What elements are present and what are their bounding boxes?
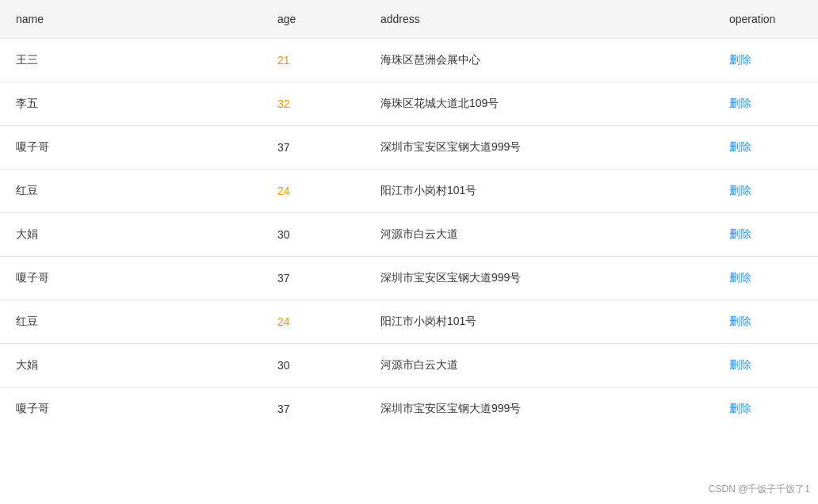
delete-button[interactable]: 删除	[729, 315, 751, 329]
cell-name: 大娟	[0, 213, 262, 257]
cell-address: 深圳市宝安区宝钢大道999号	[365, 257, 713, 300]
cell-name: 红豆	[0, 170, 262, 213]
cell-operation: 删除	[713, 300, 818, 344]
cell-age: 32	[262, 82, 365, 126]
cell-operation: 删除	[713, 82, 818, 126]
col-header-age: age	[262, 0, 365, 39]
cell-age: 30	[262, 344, 365, 388]
cell-operation: 删除	[713, 126, 818, 170]
cell-age: 24	[262, 300, 365, 344]
cell-name: 大娟	[0, 344, 262, 388]
cell-address: 深圳市宝安区宝钢大道999号	[365, 126, 713, 170]
age-value: 32	[277, 97, 290, 110]
cell-age: 21	[262, 39, 365, 82]
cell-age: 37	[262, 257, 365, 300]
cell-name: 红豆	[0, 300, 262, 344]
data-table: name age address operation 王三21海珠区琶洲会展中心…	[0, 0, 818, 430]
table-row: 王三21海珠区琶洲会展中心删除	[0, 39, 818, 82]
cell-name: 李五	[0, 82, 262, 126]
table-row: 红豆24阳江市小岗村101号删除	[0, 300, 818, 344]
delete-button[interactable]: 删除	[729, 140, 751, 155]
table-row: 嗄子哥37深圳市宝安区宝钢大道999号删除	[0, 388, 818, 431]
col-header-address: address	[365, 0, 713, 39]
cell-operation: 删除	[713, 170, 818, 213]
cell-operation: 删除	[713, 257, 818, 300]
delete-button[interactable]: 删除	[729, 271, 751, 285]
watermark: CSDN @千饭子千饭了1	[709, 483, 810, 496]
cell-operation: 删除	[713, 39, 818, 82]
cell-operation: 删除	[713, 344, 818, 388]
age-value: 24	[277, 315, 290, 328]
cell-name: 嗄子哥	[0, 388, 262, 431]
delete-button[interactable]: 删除	[729, 53, 751, 67]
table-header-row: name age address operation	[0, 0, 818, 39]
cell-age: 37	[262, 126, 365, 170]
table-row: 李五32海珠区花城大道北109号删除	[0, 82, 818, 126]
cell-address: 河源市白云大道	[365, 344, 713, 388]
delete-button[interactable]: 删除	[729, 97, 751, 111]
cell-name: 王三	[0, 39, 262, 82]
cell-address: 河源市白云大道	[365, 213, 713, 257]
cell-address: 海珠区琶洲会展中心	[365, 39, 713, 82]
cell-name: 嗄子哥	[0, 126, 262, 170]
cell-address: 海珠区花城大道北109号	[365, 82, 713, 126]
cell-operation: 删除	[713, 213, 818, 257]
age-value: 24	[277, 185, 290, 197]
table-row: 嗄子哥37深圳市宝安区宝钢大道999号删除	[0, 257, 818, 300]
cell-address: 阳江市小岗村101号	[365, 300, 713, 344]
delete-button[interactable]: 删除	[729, 358, 751, 372]
table-row: 大娟30河源市白云大道删除	[0, 213, 818, 257]
cell-name: 嗄子哥	[0, 257, 262, 300]
cell-operation: 删除	[713, 388, 818, 431]
delete-button[interactable]: 删除	[729, 402, 751, 416]
col-header-name: name	[0, 0, 262, 39]
delete-button[interactable]: 删除	[729, 184, 751, 198]
cell-address: 阳江市小岗村101号	[365, 170, 713, 213]
cell-age: 37	[262, 388, 365, 431]
table-container: name age address operation 王三21海珠区琶洲会展中心…	[0, 0, 818, 504]
age-value: 21	[277, 54, 290, 67]
cell-address: 深圳市宝安区宝钢大道999号	[365, 388, 713, 431]
table-row: 大娟30河源市白云大道删除	[0, 344, 818, 388]
delete-button[interactable]: 删除	[729, 227, 751, 242]
table-row: 红豆24阳江市小岗村101号删除	[0, 170, 818, 213]
cell-age: 24	[262, 170, 365, 213]
cell-age: 30	[262, 213, 365, 257]
col-header-operation: operation	[713, 0, 818, 39]
table-row: 嗄子哥37深圳市宝安区宝钢大道999号删除	[0, 126, 818, 170]
